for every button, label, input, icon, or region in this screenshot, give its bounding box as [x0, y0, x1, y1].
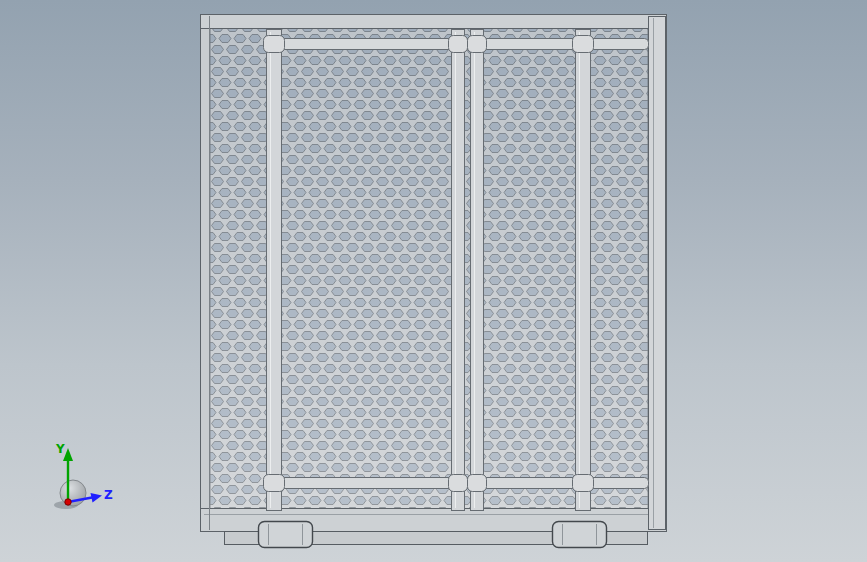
vertical-rail-4[interactable]	[576, 30, 591, 511]
cad-viewport[interactable]: Y Z	[0, 0, 867, 562]
z-axis-label: Z	[104, 488, 113, 502]
panel-top-edge[interactable]	[201, 15, 667, 29]
rail-cap[interactable]	[573, 36, 594, 53]
vertical-rail-2[interactable]	[452, 30, 465, 511]
panel-foot-right[interactable]	[553, 522, 607, 548]
rail-cap[interactable]	[573, 475, 594, 492]
rail-cap[interactable]	[264, 475, 285, 492]
rail-cap[interactable]	[449, 475, 468, 492]
orientation-triad[interactable]: Y Z	[36, 436, 126, 522]
panel-right-flange[interactable]	[649, 17, 666, 530]
rail-cap[interactable]	[468, 36, 487, 53]
y-axis-label: Y	[55, 442, 65, 456]
rail-cap[interactable]	[449, 36, 468, 53]
rail-cap[interactable]	[468, 475, 487, 492]
mesh-panel-model[interactable]	[0, 0, 867, 562]
x-axis-origin-dot[interactable]	[65, 499, 71, 505]
panel-foot-left[interactable]	[259, 522, 313, 548]
vertical-rail-3[interactable]	[471, 30, 484, 511]
vertical-rail-1[interactable]	[267, 30, 282, 511]
rail-cap[interactable]	[264, 36, 285, 53]
